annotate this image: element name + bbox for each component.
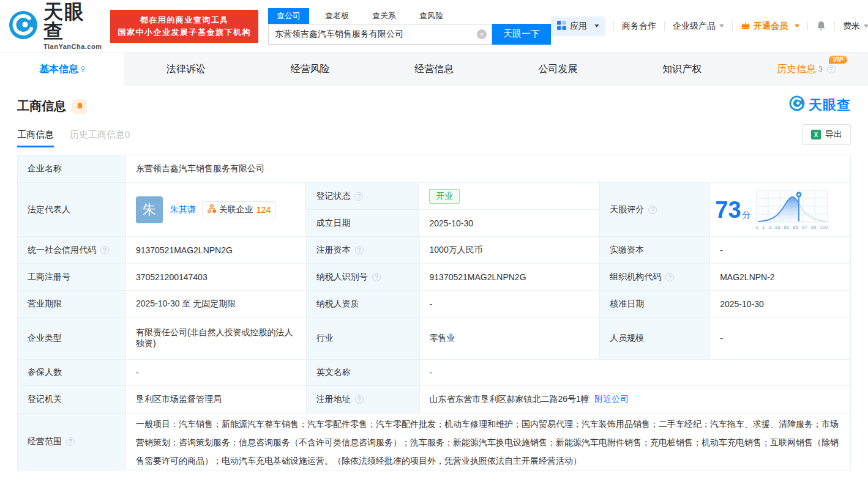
tab-history-info[interactable]: VIP 历史信息 3 (744, 53, 868, 86)
org-code-value: MAG2LNPN-2 (710, 264, 851, 291)
establish-date-label: 成立日期 (306, 210, 419, 237)
clear-search-icon[interactable] (477, 29, 487, 39)
sub-tabs: 工商信息 历史工商信息0 导出 (17, 127, 851, 147)
menu-open-vip[interactable]: 开通会员 (741, 21, 799, 32)
tab-basic-info[interactable]: 基本信息 9 (0, 53, 124, 86)
tianyancha-logo[interactable]: 天眼查 TianYanCha.com (9, 2, 102, 50)
staff-size-label: 人员规模 (600, 317, 710, 360)
menu-enterprise-products[interactable]: 企业级产品 (673, 21, 724, 32)
label-text: 注册地址 (316, 394, 351, 405)
search-tabs: 查公司 查老板 查关系 查风险 (268, 8, 551, 24)
legal-rep-link[interactable]: 朱其谦 (170, 204, 196, 215)
reg-status-label: 登记状态 (306, 183, 419, 210)
apps-menu-label: 应用 (570, 21, 587, 32)
company-nav-tabs: 基本信息 9 法律诉讼 经营风险 经营信息 公司发展 知识产权 VIP 历史信息… (0, 53, 868, 86)
help-icon[interactable] (355, 246, 364, 254)
score-distribution-chart: 0131550859799100 (756, 190, 828, 230)
top-header: 天眼查 TianYanCha.com 都在用的商业查询工具 国家中小企业发展子基… (0, 0, 868, 53)
tab-operation-info[interactable]: 经营信息 (372, 53, 496, 86)
chevron-down-icon (795, 24, 799, 28)
vip-badge: VIP (829, 56, 847, 64)
apps-menu[interactable]: 应用 (551, 17, 605, 36)
help-icon[interactable] (354, 192, 363, 201)
search-button[interactable]: 天眼一下 (492, 24, 551, 45)
business-scope-label: 经营范围 (18, 414, 126, 470)
help-icon[interactable] (66, 437, 75, 446)
search-tab-company[interactable]: 查公司 (268, 8, 309, 24)
menu-business-cooperation[interactable]: 商务合作 (622, 21, 656, 32)
tab-intellectual-property[interactable]: 知识产权 (620, 53, 744, 86)
slogan-banner: 都在用的商业查询工具 国家中小企业发展子基金旗下机构 (110, 10, 258, 43)
reg-authority-value: 垦利区市场监督管理局 (126, 386, 307, 414)
status-badge: 开业 (429, 189, 460, 204)
industry-label: 行业 (307, 317, 420, 360)
crown-icon (741, 21, 750, 31)
tab-company-development[interactable]: 公司发展 (496, 53, 620, 86)
reg-number-label: 工商注册号 (18, 264, 126, 291)
open-vip-label: 开通会员 (754, 21, 788, 32)
notification-bell-icon[interactable] (816, 21, 826, 31)
subtab-business-info[interactable]: 工商信息 (17, 129, 54, 147)
enterprise-products-label: 企业级产品 (673, 21, 716, 32)
search-tab-risk[interactable]: 查风险 (412, 8, 451, 24)
divider (664, 21, 665, 31)
help-icon[interactable] (355, 395, 364, 404)
score-value: 73 (715, 197, 741, 223)
tianyancha-watermark-icon (789, 95, 805, 115)
help-icon[interactable] (648, 206, 657, 214)
business-scope-value: 一般项目：汽车销售；新能源汽车整车销售；汽车零配件零售；汽车零配件批发；机动车修… (126, 414, 851, 470)
help-icon[interactable] (100, 246, 109, 254)
tab-label: 历史信息 (777, 63, 816, 76)
company-type-label: 企业类型 (18, 317, 126, 360)
staff-size-value: - (710, 317, 851, 360)
company-info-table: 企业名称 东营领吉鑫汽车销售服务有限公司 法定代表人 朱 朱其谦 关联企业 12… (17, 155, 851, 470)
avatar[interactable]: 朱 (136, 196, 163, 223)
watermark-text: 天眼查 (809, 96, 851, 114)
org-code-label: 组织机构代码 (600, 264, 710, 291)
logo-title: 天眼查 (43, 2, 102, 41)
divider (834, 21, 835, 31)
search-input[interactable] (269, 29, 477, 39)
related-companies-count: 124 (256, 205, 271, 215)
nearby-companies-link[interactable]: 附近公司 (594, 394, 629, 405)
insured-count-value: - (126, 360, 307, 386)
label-text: 天眼评分 (610, 204, 644, 215)
company-name-label: 企业名称 (18, 155, 126, 183)
search-tab-boss[interactable]: 查老板 (318, 8, 356, 24)
help-icon[interactable] (665, 273, 674, 281)
apps-grid-icon (557, 21, 566, 32)
tianyancha-watermark: 天眼查 (789, 95, 851, 115)
search-box (268, 24, 492, 45)
related-companies-badge[interactable]: 关联企业 124 (202, 201, 276, 218)
tab-operation-risk[interactable]: 经营风险 (248, 53, 372, 86)
taxpayer-quality-value: - (420, 291, 600, 317)
search-area: 查公司 查老板 查关系 查风险 天眼一下 (268, 8, 551, 45)
tab-label: 经营风险 (290, 63, 329, 76)
search-tab-relation[interactable]: 查关系 (365, 8, 403, 24)
label-text: 经营范围 (28, 436, 62, 447)
tab-label: 知识产权 (662, 63, 702, 76)
subscribe-bell-icon[interactable] (72, 99, 87, 114)
table-row: 工商注册号 370521200147403 纳税人识别号 91370521MAG… (18, 264, 851, 291)
taxpayer-id-value: 91370521MAG2LNPN2G (420, 264, 600, 291)
table-row: 法定代表人 朱 朱其谦 关联企业 124 登记状态 (18, 183, 851, 237)
paid-capital-value: - (710, 237, 851, 264)
subtab-history-business-info[interactable]: 历史工商信息0 (70, 129, 130, 147)
tab-label: 公司发展 (539, 63, 578, 76)
credit-code-value: 91370521MAG2LNPN2G (126, 237, 307, 264)
help-icon[interactable] (372, 273, 381, 281)
tab-legal-litigation[interactable]: 法律诉讼 (124, 53, 249, 86)
user-menu[interactable]: 费米 (843, 21, 868, 32)
slogan-line-1: 都在用的商业查询工具 (118, 14, 251, 26)
tyc-score-cell: 73分 (710, 183, 851, 237)
tianyancha-logo-icon (9, 10, 38, 42)
score-unit: 分 (743, 210, 751, 220)
paid-capital-label: 实缴资本 (600, 237, 710, 264)
help-icon[interactable] (827, 65, 836, 73)
approval-date-value: 2025-10-30 (710, 291, 851, 317)
chevron-down-icon (864, 24, 868, 28)
taxpayer-quality-label: 纳税人资质 (307, 291, 420, 317)
export-button[interactable]: 导出 (803, 124, 851, 145)
org-chart-icon (208, 204, 216, 215)
english-name-label: 英文名称 (307, 360, 420, 386)
